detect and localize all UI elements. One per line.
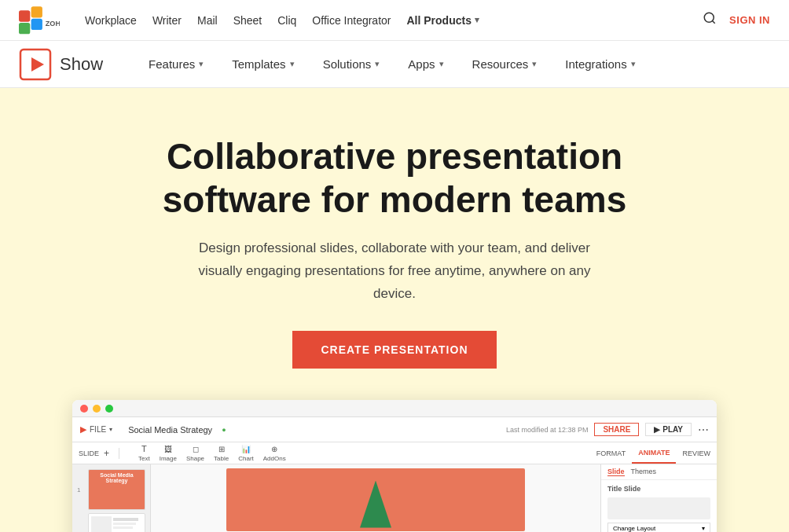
chart-tool[interactable]: 📊 Chart bbox=[238, 445, 254, 462]
table-icon: ⊞ bbox=[218, 445, 225, 453]
app-main-area: 1 Social Media Strategy 2 bbox=[72, 464, 717, 532]
review-tab[interactable]: REVIEW bbox=[676, 442, 717, 464]
search-icon bbox=[703, 11, 717, 25]
maximize-window-dot[interactable] bbox=[105, 405, 113, 413]
features-nav-item[interactable]: Features ▾ bbox=[134, 41, 218, 88]
app-screenshot: ▶ FILE ▾ Social Media Strategy ● Last mo… bbox=[72, 400, 717, 532]
resources-chevron-icon: ▾ bbox=[532, 59, 537, 69]
themes-subtab[interactable]: Themes bbox=[631, 468, 657, 476]
title-slide-label: Title Slide bbox=[607, 485, 640, 493]
apps-chevron-icon: ▾ bbox=[439, 59, 444, 69]
minimize-window-dot[interactable] bbox=[93, 405, 101, 413]
slide-1-container[interactable]: 1 Social Media Strategy bbox=[77, 469, 145, 510]
play-icon: ▶ bbox=[654, 425, 662, 434]
title-slide-row: Title Slide bbox=[607, 485, 710, 493]
change-layout-chevron-icon: ▾ bbox=[702, 525, 705, 532]
solutions-chevron-icon: ▾ bbox=[375, 59, 380, 69]
integrations-nav-item[interactable]: Integrations ▾ bbox=[551, 41, 649, 88]
format-tab[interactable]: FORMAT bbox=[590, 442, 632, 464]
image-icon: 🖼 bbox=[164, 445, 172, 453]
share-button[interactable]: SHARE bbox=[594, 423, 639, 436]
integrations-chevron-icon: ▾ bbox=[631, 59, 636, 69]
toolbar-right: Last modified at 12:38 PM SHARE ▶ PLAY ⋯ bbox=[506, 423, 709, 436]
mail-link[interactable]: Mail bbox=[197, 14, 218, 27]
slide-1-thumbnail[interactable]: Social Media Strategy bbox=[88, 469, 145, 510]
svg-text:ZOHO: ZOHO bbox=[46, 19, 60, 27]
svg-rect-1 bbox=[31, 6, 42, 17]
last-modified-text: Last modified at 12:38 PM bbox=[506, 426, 589, 434]
top-nav-links: Workplace Writer Mail Sheet Cliq Office … bbox=[85, 14, 703, 27]
workplace-link[interactable]: Workplace bbox=[85, 14, 137, 27]
file-menu[interactable]: ▶ FILE ▾ bbox=[80, 424, 112, 435]
all-products-chevron-icon: ▾ bbox=[475, 15, 479, 25]
image-tool[interactable]: 🖼 Image bbox=[160, 445, 177, 462]
change-layout-button[interactable]: Change Layout ▾ bbox=[607, 523, 710, 532]
show-app-icon: ▶ bbox=[80, 424, 86, 435]
apps-nav-item[interactable]: Apps ▾ bbox=[394, 41, 457, 88]
product-nav-links: Features ▾ Templates ▾ Solutions ▾ Apps … bbox=[134, 41, 770, 88]
hero-title: Collaborative presentation software for … bbox=[127, 135, 662, 222]
app-toolbar: ▶ FILE ▾ Social Media Strategy ● Last mo… bbox=[72, 417, 717, 442]
slide-panel: 1 Social Media Strategy 2 bbox=[72, 464, 151, 532]
tree-decoration bbox=[360, 481, 391, 528]
animate-tab[interactable]: ANIMATE bbox=[632, 442, 676, 464]
autosave-indicator: ● bbox=[222, 426, 226, 434]
product-brand[interactable]: Show bbox=[19, 48, 103, 81]
file-label[interactable]: FILE bbox=[90, 425, 106, 434]
app-screenshot-container: ▶ FILE ▾ Social Media Strategy ● Last mo… bbox=[19, 400, 770, 532]
product-name: Show bbox=[60, 54, 103, 75]
writer-link[interactable]: Writer bbox=[152, 14, 182, 27]
sheet-link[interactable]: Sheet bbox=[233, 14, 262, 27]
show-logo bbox=[19, 48, 52, 81]
cliq-link[interactable]: Cliq bbox=[277, 14, 296, 27]
slide-1-number: 1 bbox=[77, 486, 80, 493]
svg-line-6 bbox=[713, 20, 715, 23]
close-window-dot[interactable] bbox=[80, 405, 88, 413]
chart-icon: 📊 bbox=[241, 445, 251, 453]
table-tool[interactable]: ⊞ Table bbox=[214, 445, 229, 462]
slide-2-container[interactable]: 2 bbox=[77, 513, 145, 532]
templates-chevron-icon: ▾ bbox=[290, 59, 295, 69]
zoho-logo-area[interactable]: ZOHO bbox=[19, 6, 60, 35]
svg-marker-8 bbox=[31, 57, 44, 72]
all-products-button[interactable]: All Products ▾ bbox=[407, 14, 479, 27]
text-icon: T bbox=[141, 444, 147, 453]
slide-2-thumbnail[interactable] bbox=[88, 513, 145, 532]
templates-nav-item[interactable]: Templates ▾ bbox=[218, 41, 308, 88]
sign-in-button[interactable]: SIGN IN bbox=[729, 14, 770, 26]
more-options-icon[interactable]: ⋯ bbox=[698, 424, 709, 436]
addons-icon: ⊕ bbox=[271, 445, 277, 453]
format-tabs-bar: SLIDE + T Text 🖼 Image ◻ Shape bbox=[72, 442, 717, 464]
search-button[interactable] bbox=[703, 11, 717, 29]
slide-add-bar: SLIDE + bbox=[72, 448, 119, 459]
top-nav-right: SIGN IN bbox=[703, 11, 770, 29]
slide-subtab[interactable]: Slide bbox=[607, 468, 625, 476]
svg-rect-2 bbox=[19, 22, 30, 33]
hero-section: Collaborative presentation software for … bbox=[0, 88, 789, 532]
svg-rect-3 bbox=[31, 18, 42, 29]
svg-rect-0 bbox=[19, 10, 30, 21]
svg-point-5 bbox=[704, 13, 714, 22]
create-presentation-button[interactable]: CREATE PRESENTATION bbox=[292, 331, 496, 369]
solutions-nav-item[interactable]: Solutions ▾ bbox=[309, 41, 394, 88]
office-integrator-link[interactable]: Office Integrator bbox=[312, 14, 391, 27]
file-chevron-icon: ▾ bbox=[109, 426, 112, 433]
features-chevron-icon: ▾ bbox=[199, 59, 204, 69]
zoho-logo[interactable]: ZOHO bbox=[19, 6, 60, 35]
right-panel: Slide Themes Title Slide Change Layout ▾… bbox=[600, 464, 717, 532]
shape-tool[interactable]: ◻ Shape bbox=[186, 445, 204, 462]
slide-main-slide bbox=[226, 468, 525, 531]
addons-tool[interactable]: ⊕ AddOns bbox=[263, 445, 286, 462]
top-navigation: ZOHO Workplace Writer Mail Sheet Cliq Of… bbox=[0, 0, 789, 41]
resources-nav-item[interactable]: Resources ▾ bbox=[458, 41, 552, 88]
slide-content-area[interactable] bbox=[151, 464, 600, 532]
hero-subtitle: Design professional slides, collaborate … bbox=[198, 237, 591, 306]
slide-label: SLIDE bbox=[79, 449, 99, 457]
text-tool[interactable]: T Text bbox=[138, 444, 150, 462]
right-panel-content: Title Slide Change Layout ▾ Background F… bbox=[601, 480, 717, 532]
play-button[interactable]: ▶ PLAY bbox=[645, 423, 692, 436]
add-slide-icon[interactable]: + bbox=[104, 448, 109, 459]
insert-tools: T Text 🖼 Image ◻ Shape ⊞ Table bbox=[132, 444, 590, 462]
right-panel-tabs-top: FORMAT ANIMATE REVIEW bbox=[590, 442, 717, 464]
slide-themes-subtabs: Slide Themes bbox=[601, 464, 717, 480]
